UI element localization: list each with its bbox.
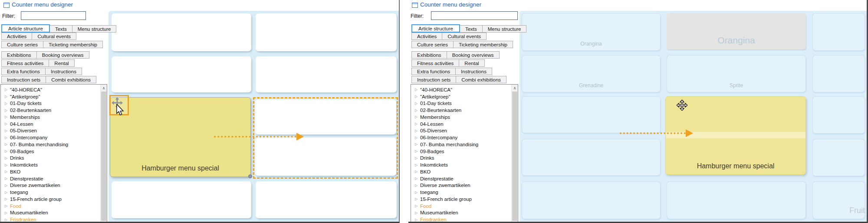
tab[interactable]: Ticketing membership — [453, 41, 513, 48]
menu-slot-sprite[interactable]: Sprite — [667, 55, 806, 92]
menu-slot[interactable] — [256, 181, 397, 218]
tab[interactable]: Article structure — [1, 24, 50, 33]
tab[interactable]: Instruction sets — [1, 76, 46, 83]
expander-icon[interactable]: ▷ — [415, 156, 420, 160]
expander-icon[interactable]: ▷ — [5, 156, 10, 160]
expander-icon[interactable]: ▷ — [415, 108, 420, 112]
expander-icon[interactable]: ▷ — [5, 184, 10, 187]
menu-slot[interactable] — [812, 96, 865, 134]
expander-icon[interactable]: ▷ — [415, 142, 420, 146]
expander-icon[interactable]: ▷ — [5, 211, 10, 215]
tree-item[interactable]: ▷ 04-Lessen — [1, 121, 107, 128]
expander-icon[interactable]: ▷ — [415, 197, 420, 201]
expander-icon[interactable]: ▷ — [415, 163, 420, 167]
tree-item[interactable]: ▷ BKO — [411, 168, 518, 175]
expander-icon[interactable]: ▷ — [415, 204, 420, 208]
expander-icon[interactable]: ▷ — [5, 88, 10, 92]
tab[interactable]: Fitness activities — [411, 59, 459, 67]
tree-item[interactable]: ▷ Inkomtickets — [1, 161, 107, 168]
scroll-up-icon[interactable]: ∧ — [101, 85, 107, 91]
tab[interactable]: Rental — [459, 59, 484, 67]
tree-item[interactable]: ▷ 02-Beurtenkaarten — [411, 107, 518, 114]
expander-icon[interactable]: ▷ — [5, 136, 10, 140]
expander-icon[interactable]: ▷ — [5, 218, 10, 222]
menu-slot[interactable] — [112, 56, 251, 92]
tree-scrollbar[interactable]: ∧ — [511, 85, 518, 223]
menu-slot[interactable] — [812, 13, 865, 51]
expander-icon[interactable]: ▷ — [5, 149, 10, 153]
expander-icon[interactable]: ▷ — [415, 184, 420, 187]
expander-icon[interactable]: ▷ — [415, 115, 420, 119]
tab[interactable]: Instructions — [45, 68, 82, 75]
tree-item[interactable]: ▷ BKO — [1, 168, 107, 175]
expander-icon[interactable]: ▷ — [5, 190, 10, 194]
menu-slot[interactable] — [812, 139, 865, 176]
tab[interactable]: Menu structure — [72, 25, 117, 33]
menu-slot-fruit[interactable]: Fruit — [812, 181, 865, 219]
menu-slot[interactable] — [812, 55, 865, 92]
resize-handle-dot[interactable] — [248, 174, 252, 178]
expander-icon[interactable]: ▷ — [415, 129, 420, 133]
expander-icon[interactable]: ▷ — [415, 136, 420, 140]
tab[interactable]: Article structure — [411, 24, 460, 33]
tree-item[interactable]: ▷ toegang — [1, 189, 107, 196]
expander-icon[interactable]: ▷ — [5, 197, 10, 201]
expander-icon[interactable]: ▷ — [5, 115, 10, 119]
tree-scrollbar[interactable]: ∧ — [100, 85, 107, 223]
tree-item[interactable]: ▷ Food — [1, 203, 107, 210]
tree-item[interactable]: ▷ Drinks — [411, 155, 518, 162]
tab[interactable]: Extra functions — [1, 68, 46, 75]
tree-item[interactable]: ▷ Dienstprestatie — [411, 175, 518, 182]
tree-item[interactable]: ▷ "Artikelgroep" — [411, 93, 518, 100]
tree-item[interactable]: ▷ 15-French article group — [1, 196, 107, 203]
scroll-up-icon[interactable]: ∧ — [512, 85, 518, 91]
tree-item[interactable]: ▷ Inkomtickets — [411, 161, 518, 168]
expander-icon[interactable]: ▷ — [415, 218, 420, 222]
tree-item[interactable]: ▷ 05-Diversen — [1, 128, 107, 134]
tree-item[interactable]: ▷ 09-Badges — [411, 148, 518, 155]
tab[interactable]: Combi exhibitions — [456, 76, 506, 83]
scrollbar-thumb[interactable] — [101, 92, 106, 221]
expander-icon[interactable]: ▷ — [5, 163, 10, 167]
menu-slot[interactable] — [255, 138, 396, 176]
tree-item[interactable]: ▷ "40-HORECA" — [411, 86, 518, 93]
tree-item[interactable]: ▷ 06-Intercompany — [411, 134, 518, 141]
tab[interactable]: Exhibitions — [411, 51, 447, 59]
tree-item[interactable]: ▷ 05-Diversen — [411, 128, 518, 134]
tree-item[interactable]: ▷ 02-Beurtenkaarten — [1, 107, 107, 114]
tree-item[interactable]: ▷ Frisdranken — [411, 216, 518, 223]
tab[interactable]: Booking overviews — [36, 51, 89, 59]
tree-item[interactable]: ▷ 01-Day tickets — [411, 100, 518, 107]
expander-icon[interactable]: ▷ — [415, 122, 420, 126]
tree-item[interactable]: ▷ "Artikelgroep" — [1, 93, 107, 100]
tab[interactable]: Rental — [49, 59, 74, 67]
tree-item[interactable]: ▷ "40-HORECA" — [1, 86, 107, 93]
tree-item[interactable]: ▷ Museumartikelen — [1, 210, 107, 216]
menu-slot-grenadine[interactable]: Grenadine — [522, 55, 661, 92]
menu-slot[interactable] — [667, 181, 806, 219]
tree-item[interactable]: ▷ 09-Badges — [1, 148, 107, 155]
expander-icon[interactable]: ▷ — [415, 149, 420, 153]
expander-icon[interactable]: ▷ — [5, 129, 10, 133]
tree-item[interactable]: ▷ Frisdranken — [1, 216, 107, 223]
tree-item[interactable]: ▷ Museumartikelen — [411, 210, 518, 216]
tab[interactable]: Activities — [1, 33, 32, 40]
tab[interactable]: Instruction sets — [411, 76, 456, 83]
expander-icon[interactable]: ▷ — [5, 95, 10, 98]
tree-item[interactable]: ▷ 01-Day tickets — [1, 100, 107, 107]
tab[interactable]: Cultural events — [32, 33, 76, 40]
expander-icon[interactable]: ▷ — [5, 108, 10, 112]
expander-icon[interactable]: ▷ — [5, 204, 10, 208]
tab[interactable]: Combi exhibitions — [46, 76, 96, 83]
tab[interactable]: Texts — [460, 25, 483, 33]
tab[interactable]: Extra functions — [411, 68, 456, 75]
expander-icon[interactable]: ▷ — [415, 170, 420, 174]
tree-item[interactable]: ▷ 07- Bumba merchandising — [1, 141, 107, 148]
menu-slot[interactable] — [256, 56, 397, 92]
menu-slot[interactable] — [256, 13, 397, 51]
expander-icon[interactable]: ▷ — [5, 102, 10, 105]
expander-icon[interactable]: ▷ — [5, 177, 10, 180]
expander-icon[interactable]: ▷ — [415, 102, 420, 105]
expander-icon[interactable]: ▷ — [415, 88, 420, 92]
menu-slot[interactable] — [255, 99, 396, 134]
